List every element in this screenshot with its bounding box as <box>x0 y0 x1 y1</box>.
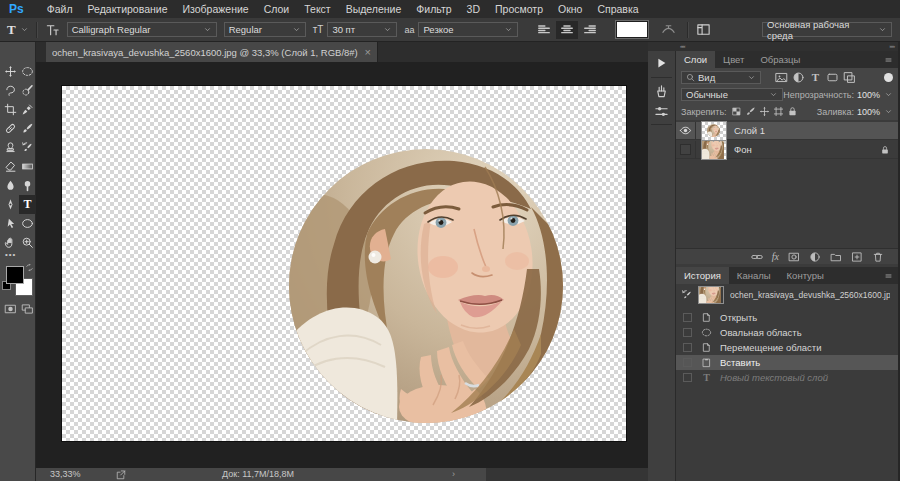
layer-row-background[interactable]: Фон <box>676 141 898 159</box>
brush-tool-button[interactable] <box>19 119 36 138</box>
share-export-icon[interactable] <box>116 470 126 480</box>
tab-layers[interactable]: Слои <box>676 51 715 68</box>
new-adjustment-layer-icon[interactable] <box>809 251 821 263</box>
lock-transparency-icon[interactable] <box>731 106 742 117</box>
font-style-select[interactable]: Regular <box>224 22 306 37</box>
chevron-down-icon[interactable] <box>884 107 893 116</box>
ellipse-shape-tool-button[interactable] <box>19 214 36 233</box>
lock-pixels-icon[interactable] <box>745 106 756 117</box>
menu-view[interactable]: Просмотр <box>495 3 543 15</box>
zoom-tool-button[interactable] <box>19 233 36 252</box>
lock-artboard-icon[interactable] <box>773 106 784 117</box>
history-source-checkbox[interactable] <box>683 373 692 382</box>
chevron-down-icon[interactable] <box>884 90 893 99</box>
collapse-panels-left-icon[interactable]: «« <box>680 43 685 49</box>
filter-adjustment-layers-icon[interactable] <box>792 71 805 84</box>
history-source-checkbox[interactable] <box>683 343 692 352</box>
lock-all-icon[interactable] <box>787 106 798 117</box>
menu-layers[interactable]: Слои <box>264 3 290 15</box>
menu-file[interactable]: Файл <box>47 3 73 15</box>
pen-tool-button[interactable] <box>2 195 19 214</box>
opacity-value[interactable]: 100% <box>857 90 880 100</box>
new-layer-icon[interactable] <box>851 251 863 263</box>
workspace-switcher[interactable]: Основная рабочая среда <box>762 22 892 37</box>
close-icon[interactable]: × <box>365 47 371 58</box>
gradient-tool-button[interactable] <box>19 157 36 176</box>
layer-name[interactable]: Слой 1 <box>734 125 765 136</box>
expand-panel-icon[interactable] <box>654 56 668 70</box>
history-step-open[interactable]: Открыть <box>676 310 898 325</box>
dodge-tool-button[interactable] <box>19 176 36 195</box>
text-orientation-icon[interactable] <box>45 22 60 37</box>
menu-type[interactable]: Текст <box>304 3 330 15</box>
toggle-panels-icon[interactable] <box>696 22 711 37</box>
document-canvas[interactable] <box>62 86 626 441</box>
panel-menu-icon[interactable] <box>884 272 893 280</box>
crop-tool-button[interactable] <box>2 100 19 119</box>
move-tool-button[interactable] <box>2 62 19 81</box>
history-brush-source-icon[interactable] <box>681 289 693 301</box>
layer-filter-toggle[interactable] <box>884 73 893 82</box>
menu-help[interactable]: Справка <box>597 3 638 15</box>
healing-brush-tool-button[interactable] <box>2 119 19 138</box>
menu-window[interactable]: Окно <box>558 3 582 15</box>
align-left-button[interactable] <box>533 21 555 39</box>
filter-shape-layers-icon[interactable] <box>826 71 839 84</box>
quick-mask-icon[interactable] <box>4 303 17 315</box>
lock-position-icon[interactable] <box>759 106 770 117</box>
collapse-panels-right-icon[interactable]: »» <box>889 43 894 49</box>
fill-value[interactable]: 100% <box>857 107 880 117</box>
history-step-move-selection[interactable]: Перемещение области <box>676 340 898 355</box>
align-center-button[interactable] <box>556 21 578 39</box>
canvas-pasteboard[interactable] <box>36 62 648 468</box>
swap-colors-icon[interactable] <box>25 263 34 272</box>
brushes-panel-icon[interactable] <box>654 84 669 99</box>
layer-style-fx-icon[interactable]: fx <box>772 251 779 262</box>
visibility-toggle[interactable] <box>676 122 696 140</box>
menu-image[interactable]: Изображение <box>183 3 249 15</box>
edit-toolbar-ellipsis-button[interactable]: ••• <box>5 250 16 259</box>
type-tool-button[interactable]: T <box>19 195 36 214</box>
clone-stamp-tool-button[interactable] <box>2 138 19 157</box>
menu-filter[interactable]: Фильтр <box>416 3 451 15</box>
eyedropper-tool-button[interactable] <box>19 100 36 119</box>
layer-thumbnail[interactable] <box>702 122 726 140</box>
tab-channels[interactable]: Каналы <box>729 267 779 284</box>
tool-preset-picker[interactable]: T <box>7 22 29 38</box>
warp-text-icon[interactable] <box>661 22 676 37</box>
blend-mode-select[interactable]: Обычные <box>681 88 783 101</box>
link-layers-icon[interactable] <box>751 251 763 263</box>
delete-layer-icon[interactable] <box>872 251 884 263</box>
panel-menu-icon[interactable] <box>884 56 893 64</box>
layer-thumbnail[interactable] <box>702 141 726 159</box>
anti-alias-select[interactable]: Резкое <box>418 22 518 37</box>
new-group-icon[interactable] <box>830 251 842 263</box>
menu-edit[interactable]: Редактирование <box>88 3 168 15</box>
font-size-select[interactable]: 30 пт <box>327 22 397 37</box>
filter-smart-objects-icon[interactable] <box>843 71 856 84</box>
layer-row-layer1[interactable]: Слой 1 <box>676 122 898 140</box>
history-source-checkbox[interactable] <box>683 313 692 322</box>
text-color-swatch[interactable] <box>616 21 648 38</box>
menu-select[interactable]: Выделение <box>346 3 402 15</box>
font-family-select[interactable]: Calligraph Regular <box>67 22 217 37</box>
history-step-paste[interactable]: Вставить <box>676 355 898 370</box>
tab-history[interactable]: История <box>676 267 729 284</box>
tab-paths[interactable]: Контуры <box>779 267 832 284</box>
history-source-checkbox[interactable] <box>683 328 692 337</box>
add-mask-icon[interactable] <box>788 251 800 263</box>
layer-name[interactable]: Фон <box>734 144 752 155</box>
lasso-tool-button[interactable] <box>2 81 19 100</box>
visibility-toggle[interactable] <box>676 141 696 159</box>
tab-swatches[interactable]: Образцы <box>752 51 808 68</box>
history-source-checkbox[interactable] <box>683 358 692 367</box>
menu-3d[interactable]: 3D <box>467 3 480 15</box>
elliptical-marquee-tool-button[interactable] <box>19 62 36 81</box>
quick-selection-tool-button[interactable] <box>19 81 36 100</box>
zoom-level-field[interactable]: 33,33% <box>50 469 81 479</box>
blur-tool-button[interactable] <box>2 176 19 195</box>
eraser-tool-button[interactable] <box>2 157 19 176</box>
adjustments-panel-icon[interactable] <box>654 104 669 119</box>
foreground-color-swatch[interactable] <box>6 266 24 284</box>
filter-pixel-layers-icon[interactable] <box>775 71 788 84</box>
